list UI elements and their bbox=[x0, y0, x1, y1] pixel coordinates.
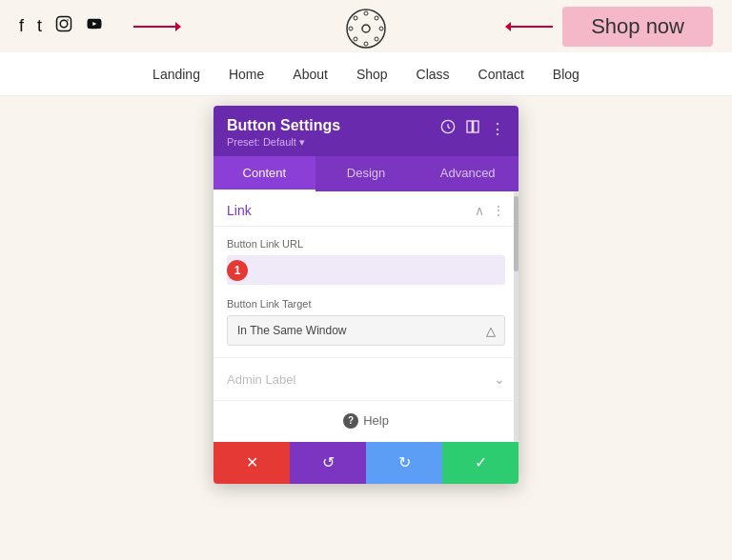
logo bbox=[345, 8, 387, 53]
help-link[interactable]: ? Help bbox=[343, 413, 389, 429]
panel-body: Link ∧ ⋮ Button Link URL 1 Butt bbox=[214, 191, 518, 442]
admin-label-text: Admin Label bbox=[227, 372, 295, 387]
help-icon: ? bbox=[343, 413, 358, 429]
svg-point-12 bbox=[375, 16, 378, 20]
button-link-target-select[interactable]: In The Same Window In A New Tab bbox=[227, 315, 505, 346]
cancel-button[interactable]: ✕ bbox=[214, 442, 290, 484]
panel-header: Button Settings Preset: Default ▾ ⋮ bbox=[214, 106, 518, 156]
svg-point-1 bbox=[60, 20, 68, 28]
button-link-url-label: Button Link URL bbox=[227, 238, 505, 250]
link-section-header: Link ∧ ⋮ bbox=[214, 191, 518, 227]
admin-label-section: Admin Label ⌄ bbox=[214, 357, 518, 400]
facebook-icon[interactable]: f bbox=[19, 16, 24, 36]
svg-point-10 bbox=[379, 27, 383, 30]
section-more-icon[interactable]: ⋮ bbox=[492, 203, 505, 218]
page-content: Button Settings Preset: Default ▾ ⋮ Cont… bbox=[0, 96, 732, 560]
action-bar: ✕ ↺ ↻ ✓ bbox=[214, 442, 518, 484]
scroll-thumb bbox=[514, 196, 518, 271]
button-link-target-select-wrap: In The Same Window In A New Tab △ bbox=[227, 315, 505, 346]
undo-button[interactable]: ↺ bbox=[290, 442, 366, 484]
arrow-right-decoration bbox=[505, 20, 553, 33]
svg-point-7 bbox=[364, 11, 368, 15]
layout-icon[interactable] bbox=[465, 119, 480, 138]
shop-now-label[interactable]: Shop now bbox=[562, 7, 713, 47]
top-bar: f t S bbox=[0, 0, 732, 52]
instagram-icon[interactable] bbox=[55, 15, 72, 37]
svg-marker-4 bbox=[175, 22, 181, 31]
more-options-icon[interactable]: ⋮ bbox=[490, 120, 505, 138]
button-link-url-input-wrap: 1 bbox=[227, 255, 505, 285]
svg-point-8 bbox=[364, 42, 368, 46]
panel-header-icons: ⋮ bbox=[440, 119, 505, 138]
nav-item-landing[interactable]: Landing bbox=[152, 67, 200, 82]
collapse-icon[interactable]: ∧ bbox=[475, 203, 484, 218]
nav-item-class[interactable]: Class bbox=[417, 67, 450, 82]
save-button[interactable]: ✓ bbox=[442, 442, 518, 484]
nav-item-about[interactable]: About bbox=[293, 67, 328, 82]
button-link-url-group: Button Link URL 1 bbox=[214, 227, 518, 290]
admin-chevron-icon[interactable]: ⌄ bbox=[494, 371, 505, 387]
panel-tabs: Content Design Advanced bbox=[214, 156, 518, 191]
button-link-target-label: Button Link Target bbox=[227, 298, 505, 310]
nav-bar: Landing Home About Shop Class Contact Bl… bbox=[0, 52, 732, 96]
panel-title: Button Settings bbox=[227, 117, 340, 134]
settings-icon[interactable] bbox=[440, 119, 456, 138]
button-link-target-group: Button Link Target In The Same Window In… bbox=[214, 290, 518, 357]
svg-point-2 bbox=[67, 19, 69, 21]
youtube-icon[interactable] bbox=[86, 15, 103, 37]
shop-now-area: Shop now bbox=[505, 7, 713, 47]
nav-item-contact[interactable]: Contact bbox=[478, 67, 524, 82]
nav-item-shop[interactable]: Shop bbox=[356, 67, 388, 82]
panel-preset[interactable]: Preset: Default ▾ bbox=[227, 136, 340, 149]
badge-number: 1 bbox=[227, 260, 248, 281]
svg-point-9 bbox=[349, 27, 353, 30]
social-icons: f t bbox=[19, 15, 103, 37]
help-label: Help bbox=[363, 413, 389, 428]
tab-advanced[interactable]: Advanced bbox=[417, 156, 518, 191]
svg-rect-19 bbox=[474, 121, 478, 132]
arrow-left-decoration bbox=[133, 20, 181, 33]
scroll-indicator bbox=[514, 191, 518, 442]
svg-point-11 bbox=[354, 16, 357, 20]
button-settings-panel: Button Settings Preset: Default ▾ ⋮ Cont… bbox=[214, 106, 518, 484]
panel-title-block: Button Settings Preset: Default ▾ bbox=[227, 117, 340, 149]
help-section: ? Help bbox=[214, 400, 518, 442]
svg-point-13 bbox=[354, 37, 357, 41]
section-header-icons: ∧ ⋮ bbox=[475, 203, 505, 218]
svg-marker-16 bbox=[505, 22, 511, 31]
tab-content[interactable]: Content bbox=[214, 156, 315, 191]
modal-overlay: Button Settings Preset: Default ▾ ⋮ Cont… bbox=[0, 96, 732, 560]
svg-point-6 bbox=[362, 25, 370, 32]
tab-design[interactable]: Design bbox=[315, 156, 417, 191]
svg-point-14 bbox=[375, 37, 378, 41]
nav-item-blog[interactable]: Blog bbox=[553, 67, 580, 82]
redo-button[interactable]: ↻ bbox=[366, 442, 442, 484]
svg-rect-0 bbox=[57, 17, 71, 31]
twitter-icon[interactable]: t bbox=[37, 16, 42, 36]
svg-rect-18 bbox=[467, 121, 472, 132]
link-section-title: Link bbox=[227, 203, 252, 218]
nav-item-home[interactable]: Home bbox=[229, 67, 264, 82]
button-link-url-input[interactable] bbox=[227, 255, 505, 285]
